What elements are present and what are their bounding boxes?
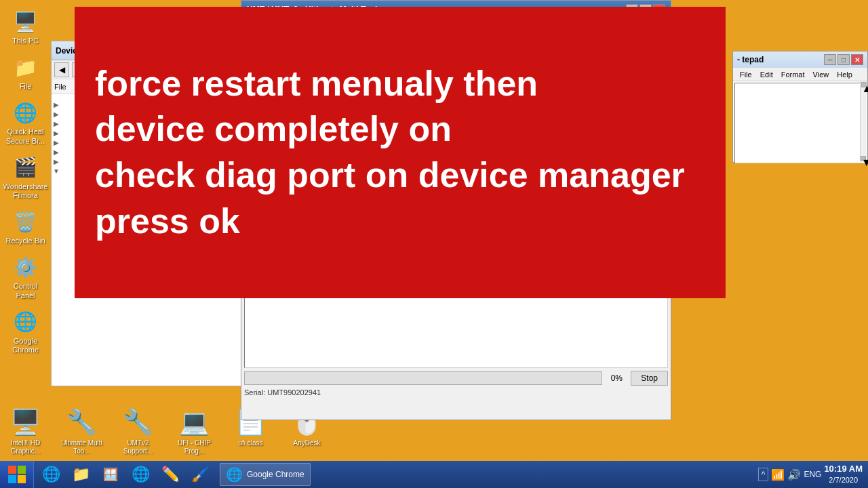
desktop-icon-file[interactable]: 📁 File: [2, 51, 50, 94]
notepad-menu-view[interactable]: View: [809, 69, 833, 80]
taskbar-ie-button[interactable]: 🌐: [37, 462, 65, 487]
taskbar-app-chrome[interactable]: 🌐 Google Chrome: [220, 463, 311, 486]
wondershare-label: Wondershare Filmora: [3, 182, 48, 200]
clock[interactable]: 10:19 AM 2/7/2020: [824, 464, 863, 485]
wondershare-icon: 🎬: [12, 154, 39, 181]
expand-arrow[interactable]: ▶: [52, 128, 61, 138]
expand-arrow[interactable]: ▶: [52, 138, 61, 147]
desktop-icon-recycle-bin[interactable]: 🗑️ Recycle Bin: [2, 205, 50, 248]
red-annotation-overlay: force restart menualy then device comple…: [75, 7, 726, 298]
expand-arrow[interactable]: ▶: [52, 109, 61, 119]
ufi-class-label: ufi class: [238, 439, 262, 447]
notepad-close[interactable]: ✕: [851, 54, 863, 65]
stop-button[interactable]: Stop: [631, 371, 668, 386]
taskbar-sketchbook-button[interactable]: ✏️: [156, 462, 184, 487]
umt-progress-bar: [244, 371, 602, 385]
svg-rect-2: [8, 475, 16, 483]
notepad-menu-file[interactable]: File: [736, 69, 756, 80]
desktop-icon-wondershare[interactable]: 🎬 Wondershare Filmora: [2, 151, 50, 203]
control-panel-icon: ⚙️: [12, 253, 39, 281]
this-pc-icon: 🖥️: [12, 8, 39, 35]
taskbar: 🌐 📁 🪟 🌐 ✏️ 🖌️ 🌐 Google Chrome ^ 📶 🔊 ENG …: [0, 461, 868, 488]
annotation-line-2: device completely on: [95, 106, 705, 152]
nav-path: File: [54, 83, 66, 91]
notepad-minimize[interactable]: ─: [824, 54, 836, 65]
notepad-maximize[interactable]: □: [837, 54, 850, 65]
recycle-bin-label: Recycle Bin: [5, 237, 45, 245]
desktop-icon-umtv2[interactable]: 🔧 UMTv2 Support...: [113, 405, 163, 455]
desktop-icon-column: 🖥️ This PC 📁 File 🌐 Quick Heal Secure Br…: [0, 0, 51, 461]
chrome-running-icon: 🌐: [226, 466, 243, 483]
start-button[interactable]: [0, 461, 34, 488]
time-display: 10:19 AM: [824, 464, 863, 475]
desktop-icon-google-chrome[interactable]: 🌐 Google Chrome: [2, 306, 50, 357]
google-chrome-icon: 🌐: [12, 308, 39, 336]
svg-rect-1: [18, 466, 26, 474]
desktop-icon-quickheal[interactable]: 🌐 Quick Heal Secure Br...: [2, 96, 50, 148]
file-icon: 📁: [12, 54, 39, 81]
google-chrome-label: Google Chrome: [3, 337, 48, 354]
taskbar-store-button[interactable]: 🪟: [96, 462, 125, 487]
ultimate-multi-label: Ultimate Multi Too...: [56, 439, 107, 455]
language-indicator: ENG: [804, 470, 821, 479]
quickheal-icon: 🌐: [12, 99, 39, 126]
notepad-menu-format[interactable]: Format: [777, 69, 809, 80]
volume-icon: 🔊: [787, 468, 801, 481]
ultimate-multi-icon: 🔧: [65, 405, 99, 439]
notepad-menu-help[interactable]: Help: [833, 69, 856, 80]
taskbar-running-apps: 🌐 Google Chrome: [217, 463, 753, 486]
desktop-icon-ufi-chip[interactable]: 💻 UFI - CHIP Prog...: [169, 405, 220, 455]
intel-hd-label: Intel® HD Graphic...: [0, 439, 51, 455]
desktop-icon-intel-hd[interactable]: 🖥️ Intel® HD Graphic...: [0, 405, 51, 455]
show-hidden-icon[interactable]: ^: [758, 468, 769, 481]
notepad-window: - tepad ─ □ ✕ File Edit Format View Help…: [732, 51, 868, 163]
notepad-window-controls: ─ □ ✕: [824, 54, 863, 65]
notepad-titlebar: - tepad ─ □ ✕: [733, 52, 867, 68]
network-icon: 📶: [771, 468, 785, 481]
annotation-line-4: press ok: [95, 199, 705, 245]
ufi-chip-icon: 💻: [178, 405, 212, 439]
svg-rect-0: [8, 466, 16, 474]
umtv2-label: UMTv2 Support...: [113, 439, 163, 455]
annotation-line-3: check diag port on device manager: [95, 152, 705, 199]
expand-arrow[interactable]: ▶: [52, 147, 61, 157]
back-button[interactable]: ◀: [54, 62, 69, 77]
taskbar-pinned-apps: 🌐 📁 🪟 🌐 ✏️ 🖌️: [34, 462, 217, 487]
notepad-menu: File Edit Format View Help: [733, 68, 867, 81]
svg-rect-3: [18, 475, 26, 483]
desktop-icon-control-panel[interactable]: ⚙️ Control Panel: [2, 251, 50, 302]
system-tray: ^ 📶 🔊 ENG 10:19 AM 2/7/2020: [753, 464, 868, 485]
expand-arrow[interactable]: ▶: [52, 157, 61, 166]
ufi-chip-label: UFI - CHIP Prog...: [169, 439, 220, 455]
notepad-title: - tepad: [737, 55, 764, 64]
expand-arrow[interactable]: ▶: [52, 100, 61, 109]
this-pc-label: This PC: [12, 37, 39, 45]
expand-arrow[interactable]: ▼: [52, 166, 61, 176]
notepad-text-area[interactable]: ▲ ▼: [734, 83, 866, 163]
expand-arrow[interactable]: ▶: [52, 119, 61, 128]
taskbar-explorer-button[interactable]: 📁: [66, 462, 95, 487]
umt-serial-number: Serial: UMT990202941: [244, 388, 668, 396]
date-display: 2/7/2020: [824, 475, 863, 485]
notepad-menu-edit[interactable]: Edit: [756, 69, 777, 80]
quickheal-label: Quick Heal Secure Br...: [3, 127, 48, 145]
control-panel-label: Control Panel: [3, 282, 48, 300]
umtv2-icon: 🔧: [121, 405, 155, 439]
desktop-icon-this-pc[interactable]: 🖥️ This PC: [2, 5, 50, 48]
taskbar-chrome-button[interactable]: 🌐: [126, 462, 155, 487]
umt-progress-label: 0%: [606, 373, 627, 383]
annotation-line-1: force restart menualy then: [95, 61, 705, 107]
chrome-app-label: Google Chrome: [247, 470, 304, 479]
recycle-bin-icon: 🗑️: [12, 208, 39, 235]
taskbar-paint-button[interactable]: 🖌️: [186, 462, 214, 487]
umt-progress-container: 0% Stop: [244, 371, 668, 386]
anydesk-label: AnyDesk: [293, 439, 320, 447]
windows-logo-icon: [7, 465, 26, 484]
intel-hd-icon: 🖥️: [9, 405, 43, 439]
file-label: File: [20, 82, 32, 91]
desktop-icon-ultimate-multi[interactable]: 🔧 Ultimate Multi Too...: [56, 405, 107, 455]
